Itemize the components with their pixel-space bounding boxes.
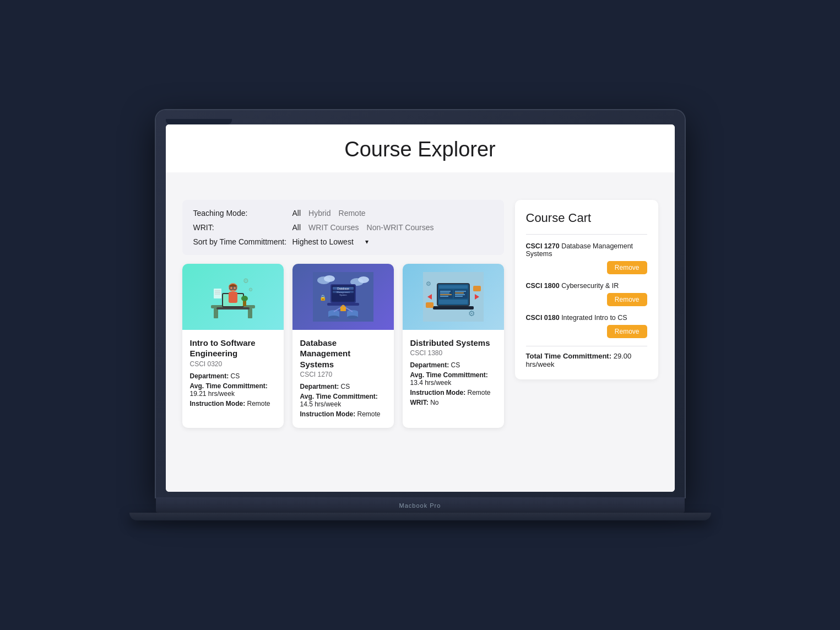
main-content: Teaching Mode: All Hybrid Remote WRIT: bbox=[182, 200, 658, 428]
svg-text:🔒: 🔒 bbox=[319, 294, 327, 301]
cart-item-name-2: CSCI 0180 Integrated Intro to CS bbox=[526, 314, 647, 322]
course-card-body-1: Database Management Systems CSCI 1270 De… bbox=[292, 330, 394, 428]
course-time-1: Avg. Time Committment: 14.5 hrs/week bbox=[300, 393, 386, 408]
writ-non[interactable]: Non-WRIT Courses bbox=[367, 223, 434, 232]
cart-item-0: CSCI 1270 Database Management Systems Re… bbox=[526, 242, 647, 274]
course-card-body-2: Distributed Systems CSCI 1380 Department… bbox=[403, 330, 504, 417]
cart-item-1: CSCI 1800 Cybersecurity & IR Remove bbox=[526, 282, 647, 306]
writ-label: WRIT: bbox=[193, 223, 292, 232]
macbook-foot bbox=[129, 513, 711, 520]
svg-rect-5 bbox=[216, 307, 250, 309]
app-container: Teaching Mode: All Hybrid Remote WRIT: bbox=[166, 172, 675, 492]
course-card-body-0: Intro to Software Engineering CSCI 0320 … bbox=[182, 330, 284, 417]
svg-rect-60 bbox=[426, 302, 433, 308]
teaching-mode-all[interactable]: All bbox=[292, 209, 301, 218]
teaching-mode-options: All Hybrid Remote bbox=[292, 209, 366, 218]
course-writ-2: WRIT: No bbox=[410, 399, 496, 406]
writ-row: WRIT: All WRIT Courses Non-WRIT Courses bbox=[193, 223, 493, 232]
macbook-notch bbox=[166, 119, 232, 124]
svg-point-23 bbox=[358, 276, 369, 283]
cart-total: Total Time Committment: 29.00 hrs/week bbox=[526, 346, 647, 368]
course-image-0: ⚙ ⚙ bbox=[182, 264, 284, 330]
cart-item-name-0: CSCI 1270 Database Management Systems bbox=[526, 242, 647, 258]
svg-text:⚙: ⚙ bbox=[468, 309, 475, 318]
course-code-1: CSCI 1270 bbox=[300, 371, 386, 378]
course-time-2: Avg. Time Committment: 13.4 hrs/week bbox=[410, 371, 496, 387]
svg-rect-48 bbox=[439, 300, 468, 304]
sort-label: Sort by Time Committment: bbox=[193, 237, 292, 246]
courses-grid: ⚙ ⚙ bbox=[182, 264, 504, 428]
course-code-0: CSCI 0320 bbox=[190, 360, 276, 368]
svg-rect-57 bbox=[433, 306, 474, 309]
svg-text:⚙: ⚙ bbox=[248, 287, 253, 292]
macbook-base: Macbook Pro bbox=[156, 497, 685, 513]
filters-and-courses: Teaching Mode: All Hybrid Remote WRIT: bbox=[182, 200, 504, 428]
screen: Course Explorer Teaching Mode: All Hybri… bbox=[166, 124, 675, 492]
sort-select[interactable]: Highest to Lowest Lowest to Highest bbox=[292, 237, 363, 246]
course-title-2: Distributed Systems bbox=[410, 338, 496, 349]
svg-point-18 bbox=[241, 296, 248, 301]
teaching-mode-row: Teaching Mode: All Hybrid Remote bbox=[193, 209, 493, 218]
course-card-2: ⚙ ⚙ Distributed Systems CSCI 1380 Depart… bbox=[403, 264, 504, 428]
svg-rect-13 bbox=[214, 289, 221, 298]
svg-rect-45 bbox=[439, 285, 468, 289]
course-code-2: CSCI 1380 bbox=[410, 349, 496, 357]
sort-row: Sort by Time Committment: Highest to Low… bbox=[193, 237, 493, 246]
course-dept-0: Department: CS bbox=[190, 372, 276, 380]
svg-rect-1 bbox=[214, 308, 218, 318]
writ-courses[interactable]: WRIT Courses bbox=[308, 223, 359, 232]
cart-title: Course Cart bbox=[526, 211, 647, 225]
course-mode-0: Instruction Mode: Remote bbox=[190, 400, 276, 408]
course-card-0: ⚙ ⚙ bbox=[182, 264, 284, 428]
svg-point-34 bbox=[328, 316, 339, 319]
filter-section: Teaching Mode: All Hybrid Remote WRIT: bbox=[182, 200, 504, 255]
macbook-label: Macbook Pro bbox=[399, 502, 441, 509]
svg-point-37 bbox=[347, 316, 358, 319]
teaching-mode-label: Teaching Mode: bbox=[193, 209, 292, 218]
svg-rect-61 bbox=[473, 286, 481, 291]
course-cart: Course Cart CSCI 1270 Database Managemen… bbox=[515, 200, 658, 379]
course-title-0: Intro to Software Engineering bbox=[190, 338, 276, 359]
remove-button-2[interactable]: Remove bbox=[607, 325, 647, 338]
course-mode-1: Instruction Mode: Remote bbox=[300, 410, 386, 418]
svg-text:⚙: ⚙ bbox=[243, 277, 249, 285]
svg-rect-2 bbox=[248, 308, 252, 318]
teaching-mode-remote[interactable]: Remote bbox=[339, 209, 366, 218]
course-dept-1: Department: CS bbox=[300, 383, 386, 390]
course-dept-2: Department: CS bbox=[410, 361, 496, 369]
svg-text:⚙: ⚙ bbox=[426, 280, 431, 287]
macbook-outer: Course Explorer Teaching Mode: All Hybri… bbox=[156, 110, 685, 520]
svg-rect-40 bbox=[340, 307, 346, 311]
course-time-0: Avg. Time Committment: 19.21 hrs/week bbox=[190, 382, 276, 398]
remove-button-0[interactable]: Remove bbox=[607, 261, 647, 274]
svg-text:Database: Database bbox=[337, 287, 349, 290]
course-image-2: ⚙ ⚙ bbox=[403, 264, 504, 330]
sort-select-wrapper[interactable]: Highest to Lowest Lowest to Highest bbox=[292, 237, 368, 246]
writ-all[interactable]: All bbox=[292, 223, 301, 232]
app-title: Course Explorer bbox=[166, 124, 675, 172]
course-image-1: Database Management System bbox=[292, 264, 394, 330]
writ-options: All WRIT Courses Non-WRIT Courses bbox=[292, 223, 434, 232]
svg-text:System: System bbox=[339, 294, 347, 296]
course-card-1: Database Management System bbox=[292, 264, 394, 428]
teaching-mode-hybrid[interactable]: Hybrid bbox=[308, 209, 330, 218]
svg-rect-7 bbox=[229, 292, 237, 303]
svg-point-21 bbox=[324, 275, 335, 282]
cart-item-2: CSCI 0180 Integrated Intro to CS Remove bbox=[526, 314, 647, 338]
cart-divider bbox=[526, 234, 647, 235]
remove-button-1[interactable]: Remove bbox=[607, 293, 647, 306]
screen-bezel: Course Explorer Teaching Mode: All Hybri… bbox=[156, 110, 685, 497]
course-mode-2: Instruction Mode: Remote bbox=[410, 389, 496, 397]
course-title-1: Database Management Systems bbox=[300, 338, 386, 370]
cart-item-name-1: CSCI 1800 Cybersecurity & IR bbox=[526, 282, 647, 290]
